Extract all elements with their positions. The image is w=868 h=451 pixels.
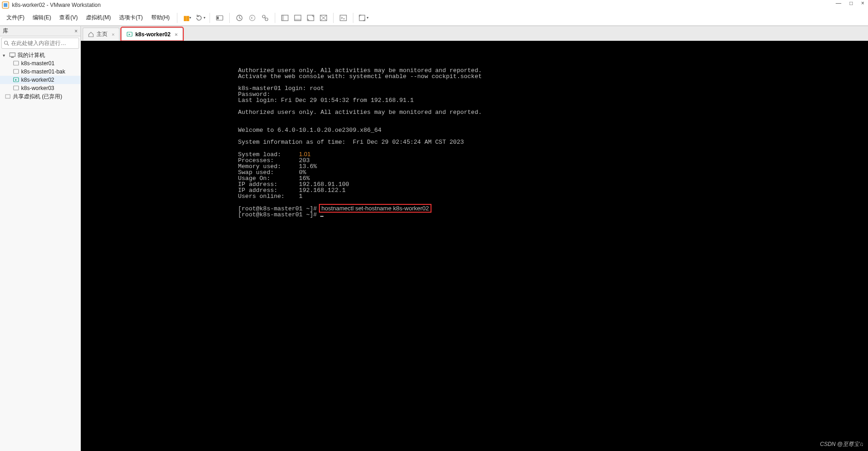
svg-rect-9 xyxy=(282,15,284,21)
menu-help[interactable]: 帮助(H) xyxy=(148,12,174,23)
tree-root-my-computer[interactable]: ▾ 我的计算机 xyxy=(0,51,80,59)
sidebar: 库 × ▾ ▾ 我的计算机 k8s-master01k8s-master01-b… xyxy=(0,26,81,451)
minimize-button[interactable]: — xyxy=(836,0,841,6)
svg-rect-1 xyxy=(4,3,7,7)
menu-tabs[interactable]: 选项卡(T) xyxy=(115,12,146,23)
menubar: 文件(F) 编辑(E) 查看(V) 虚拟机(M) 选项卡(T) 帮助(H) ▮▮… xyxy=(0,10,868,26)
main-area: 库 × ▾ ▾ 我的计算机 k8s-master01k8s-master01-b… xyxy=(0,26,868,451)
menu-file[interactable]: 文件(F) xyxy=(3,12,28,23)
vm-on-icon xyxy=(126,31,133,38)
svg-rect-14 xyxy=(340,15,346,21)
tree-shared-vms[interactable]: 共享虚拟机 (已弃用) xyxy=(0,92,80,101)
svg-rect-22 xyxy=(14,86,19,90)
tab-label: k8s-worker02 xyxy=(135,31,170,38)
vm-tree: ▾ 我的计算机 k8s-master01k8s-master01-bakk8s-… xyxy=(0,50,80,101)
separator xyxy=(333,13,334,23)
tree-shared-label: 共享虚拟机 (已弃用) xyxy=(13,93,62,101)
window-controls: — □ × xyxy=(836,0,864,6)
sidebar-title: 库 xyxy=(3,27,8,35)
tree-item-label: k8s-master01-bak xyxy=(21,68,65,75)
titlebar: k8s-worker02 - VMware Workstation — □ × xyxy=(0,0,868,10)
svg-rect-11 xyxy=(295,19,301,21)
close-button[interactable]: × xyxy=(861,0,864,6)
separator xyxy=(210,13,210,23)
tree-item-k8s-worker03[interactable]: k8s-worker03 xyxy=(0,84,80,92)
content-area: 主页×k8s-worker02× Authorized users only. … xyxy=(81,26,868,451)
search-icon xyxy=(4,40,9,46)
pause-button[interactable]: ▮▮▾ xyxy=(181,12,193,24)
svg-point-16 xyxy=(5,41,8,45)
window-title: k8s-worker02 - VMware Workstation xyxy=(12,2,101,8)
menu-view[interactable]: 查看(V) xyxy=(56,12,81,23)
separator xyxy=(177,13,177,23)
view-mode-2-button[interactable] xyxy=(292,12,304,24)
app-icon xyxy=(2,1,9,9)
tree-item-label: k8s-worker03 xyxy=(21,85,54,91)
vm-off-icon xyxy=(13,60,19,67)
tree-root-label: 我的计算机 xyxy=(17,51,45,59)
shared-icon xyxy=(5,93,11,100)
tree-item-k8s-master01-bak[interactable]: k8s-master01-bak xyxy=(0,68,80,76)
svg-rect-17 xyxy=(10,53,15,56)
tab-strip: 主页×k8s-worker02× xyxy=(81,26,868,41)
maximize-button[interactable]: □ xyxy=(850,0,853,6)
svg-rect-20 xyxy=(14,69,19,73)
vm-off-icon xyxy=(13,68,19,75)
tab-label: 主页 xyxy=(96,30,108,38)
fullscreen-button[interactable]: ▾ xyxy=(357,12,369,24)
sidebar-header: 库 × xyxy=(0,26,80,36)
view-mode-3-button[interactable] xyxy=(305,12,317,24)
tab-close-button[interactable]: × xyxy=(112,32,114,37)
svg-rect-23 xyxy=(6,95,10,98)
view-mode-4-button[interactable] xyxy=(318,12,329,24)
tab-close-button[interactable]: × xyxy=(175,32,177,37)
search-input[interactable] xyxy=(11,40,80,46)
tree-item-label: k8s-worker02 xyxy=(21,77,54,83)
view-mode-1-button[interactable] xyxy=(279,12,291,24)
snapshot-take-button[interactable] xyxy=(233,12,245,24)
collapse-icon[interactable]: ▾ xyxy=(3,53,7,58)
tree-item-k8s-worker02[interactable]: k8s-worker02 xyxy=(0,76,80,84)
tab-k8s-worker02[interactable]: k8s-worker02× xyxy=(121,28,182,40)
menu-edit[interactable]: 编辑(E) xyxy=(29,12,55,23)
tree-item-label: k8s-master01 xyxy=(21,60,55,67)
terminal-output[interactable]: Authorized users only. All activities ma… xyxy=(81,41,868,451)
tree-item-k8s-master01[interactable]: k8s-master01 xyxy=(0,59,80,68)
sidebar-close-button[interactable]: × xyxy=(74,28,78,34)
send-cad-button[interactable] xyxy=(214,12,226,24)
separator xyxy=(275,13,275,23)
svg-rect-3 xyxy=(217,17,219,19)
computer-icon xyxy=(9,52,16,58)
separator xyxy=(229,13,230,23)
svg-rect-19 xyxy=(14,61,19,65)
separator xyxy=(353,13,353,23)
watermark: CSDN @至尊宝♫ xyxy=(820,440,863,448)
svg-rect-15 xyxy=(359,15,365,21)
svg-rect-18 xyxy=(11,57,14,58)
snapshot-revert-button[interactable] xyxy=(246,12,258,24)
vm-off-icon xyxy=(13,85,19,91)
snapshot-manager-button[interactable] xyxy=(259,12,271,24)
restart-button[interactable]: ▾ xyxy=(194,12,206,24)
cli-button[interactable] xyxy=(337,12,349,24)
tab-主页[interactable]: 主页× xyxy=(83,28,119,40)
menu-vm[interactable]: 虚拟机(M) xyxy=(82,12,114,23)
search-field[interactable]: ▾ xyxy=(1,38,79,49)
vm-on-icon xyxy=(13,77,19,83)
home-icon xyxy=(88,31,94,38)
